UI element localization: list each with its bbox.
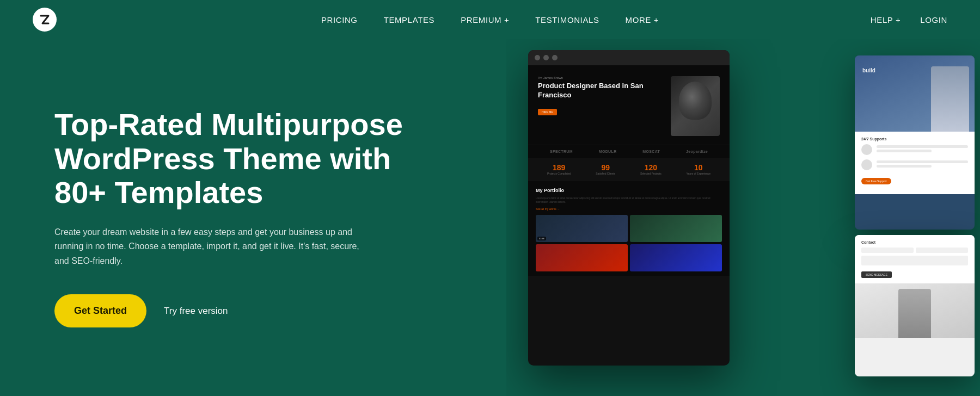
- side1-line-1a: [877, 145, 968, 148]
- mockup-portfolio-section: My Portfolio Lorem ipsum dolor sit amet …: [528, 181, 730, 276]
- mockup-hero-section: I'm James Brown Product Designer Based i…: [528, 65, 730, 145]
- portfolio-text: Lorem ipsum dolor sit amet consectetur a…: [536, 196, 722, 204]
- hero-left: Top-Rated Multipurpose WordPress Theme w…: [54, 108, 425, 327]
- side1-bottom: 24/7 Supports Get Free Support: [855, 132, 975, 194]
- stat-clients: 99 Satisfied Clients: [596, 163, 615, 176]
- portfolio-grid: 03:46: [536, 215, 722, 271]
- mockup-person-image: [671, 76, 720, 136]
- side2-title: Contact: [861, 240, 968, 244]
- nav-more[interactable]: MORE +: [626, 15, 659, 24]
- logo[interactable]: [33, 8, 57, 32]
- dot-green: [552, 55, 558, 60]
- brand-jeopardize: Jeopardize: [686, 150, 708, 153]
- free-support-btn[interactable]: Get Free Support: [861, 178, 891, 184]
- side1-top: build: [855, 55, 975, 132]
- side2-submit-btn[interactable]: SEND MESSAGE: [861, 271, 892, 278]
- stat-clients-num: 99: [596, 163, 615, 172]
- side-mockup-1: build 24/7 Supports: [855, 55, 975, 230]
- mockup-brands-row: SPECTRUM MODULR MOSCAT Jeopardize: [528, 145, 730, 158]
- side1-line-2b: [877, 165, 932, 168]
- stat-selected-label: Selected Projects: [640, 172, 661, 176]
- build-text: build: [862, 66, 875, 75]
- portfolio-link[interactable]: See all my works →: [536, 207, 722, 211]
- nav-help[interactable]: HELP +: [871, 15, 901, 24]
- side1-support-label: 24/7 Supports: [861, 137, 968, 141]
- portfolio-img-calendar: 03:46: [536, 215, 628, 242]
- hero-buttons: Get Started Try free version: [54, 294, 425, 327]
- side1-avatar-2: [861, 159, 872, 170]
- side2-person-area: [855, 283, 975, 338]
- stat-projects: 189 Projects Completed: [547, 163, 571, 176]
- brand-spectrum: SPECTRUM: [550, 150, 573, 153]
- mockup-topbar: [528, 50, 730, 65]
- side2-input-email: [916, 247, 968, 253]
- stat-years-label: Years of Experience: [687, 172, 711, 176]
- brand-modulr: MODULR: [599, 150, 617, 153]
- stat-clients-label: Satisfied Clients: [596, 172, 615, 176]
- side1-avatar-1: [861, 144, 872, 155]
- hero-section: Top-Rated Multipurpose WordPress Theme w…: [0, 39, 980, 396]
- mockup-hero-text: I'm James Brown Product Designer Based i…: [538, 76, 664, 115]
- dot-red: [535, 55, 540, 60]
- stat-selected-num: 120: [640, 163, 661, 172]
- mockup-person-label: I'm James Brown: [538, 76, 664, 79]
- side2-person-image: [898, 289, 931, 338]
- nav-pricing[interactable]: PRICING: [321, 15, 358, 24]
- side1-line-2a: [877, 160, 968, 163]
- side2-input-name: [861, 247, 914, 253]
- time-badge-1: 03:46: [537, 237, 546, 240]
- stat-selected: 120 Selected Projects: [640, 163, 661, 176]
- side1-row-1: [861, 144, 968, 155]
- nav-premium[interactable]: PREMIUM +: [461, 15, 509, 24]
- portfolio-img-green: [630, 215, 722, 242]
- stat-years: 10 Years of Experience: [687, 163, 711, 176]
- nav-center: PRICING TEMPLATES PREMIUM + TESTIMONIALS…: [321, 15, 659, 24]
- side1-text-block: build: [862, 66, 875, 75]
- stat-projects-num: 189: [547, 163, 571, 172]
- stat-years-num: 10: [687, 163, 711, 172]
- side1-row-2: [861, 159, 968, 170]
- side1-lines-1: [877, 145, 968, 154]
- nav-testimonials[interactable]: TESTIMONIALS: [535, 15, 599, 24]
- nav-templates[interactable]: TEMPLATES: [384, 15, 434, 24]
- stat-projects-label: Projects Completed: [547, 172, 571, 176]
- hero-title: Top-Rated Multipurpose WordPress Theme w…: [54, 108, 425, 210]
- side1-lines-2: [877, 160, 968, 169]
- brand-moscat: MOSCAT: [642, 150, 660, 153]
- get-started-button[interactable]: Get Started: [54, 294, 146, 327]
- mockup-hire-btn[interactable]: HIRE ME: [538, 109, 557, 115]
- side2-message-input: [861, 256, 968, 265]
- side1-person-image: [931, 66, 969, 132]
- hero-subtitle: Create your dream website in a few easy …: [54, 225, 359, 268]
- nav-right: HELP + LOGIN: [871, 15, 947, 24]
- dot-yellow: [543, 55, 549, 60]
- side1-line-1b: [877, 150, 932, 152]
- portfolio-title: My Portfolio: [536, 188, 722, 193]
- portfolio-img-blue: [630, 244, 722, 271]
- side2-top: Contact SEND MESSAGE: [855, 235, 975, 283]
- mockup-big-title: Product Designer Based in San Francisco: [538, 82, 664, 100]
- side-mockup-2: Contact SEND MESSAGE: [855, 235, 975, 376]
- mockup-stats-row: 189 Projects Completed 99 Satisfied Clie…: [528, 158, 730, 181]
- nav-login[interactable]: LOGIN: [920, 15, 947, 24]
- try-free-button[interactable]: Try free version: [164, 306, 228, 317]
- navbar: PRICING TEMPLATES PREMIUM + TESTIMONIALS…: [0, 0, 980, 39]
- portfolio-img-red: [536, 244, 628, 271]
- side2-form-row-1: [861, 247, 968, 253]
- hero-visuals: I'm James Brown Product Designer Based i…: [506, 39, 980, 396]
- main-mockup: I'm James Brown Product Designer Based i…: [528, 50, 730, 366]
